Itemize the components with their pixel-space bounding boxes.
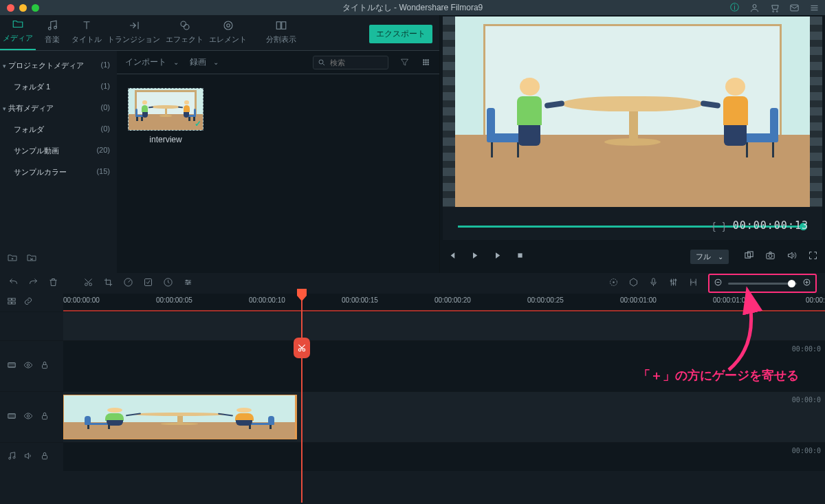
lock-toggle[interactable] [40, 451, 50, 463]
filter-icon[interactable] [399, 57, 410, 67]
delete-button[interactable] [48, 277, 58, 290]
ruler-tick: 00:00:00:10 [249, 296, 285, 304]
timeline-clip[interactable]: interview [63, 395, 297, 439]
prev-frame-button[interactable] [447, 250, 457, 263]
record-dropdown[interactable]: 録画⌄ [190, 56, 219, 68]
message-icon[interactable] [789, 3, 800, 13]
media-thumbnail[interactable]: ✓ interview [128, 88, 204, 144]
sidebar-item-folder1[interactable]: フォルダ 1(1) [0, 76, 117, 98]
playhead-handle[interactable] [296, 287, 308, 304]
zoom-slider[interactable] [728, 283, 797, 285]
video-track-1[interactable]: interview 00:00:0 [0, 391, 825, 442]
sidebar-item-sample-video[interactable]: サンプル動画(20) [0, 140, 117, 162]
redo-button[interactable] [28, 277, 38, 290]
svg-point-18 [428, 62, 429, 63]
import-dropdown[interactable]: インポート⌄ [125, 56, 179, 68]
tab-transition[interactable]: トランジション [104, 15, 163, 50]
zoom-in-button[interactable] [802, 277, 811, 289]
lock-toggle[interactable] [40, 411, 50, 424]
media-sidebar: プロジェクトメディア(1) フォルダ 1(1) 共有メディア(0) フォルダ(0… [0, 51, 117, 273]
media-search[interactable] [313, 56, 388, 69]
sidebar-item-project-media[interactable]: プロジェクトメディア(1) [0, 55, 117, 76]
camera-icon[interactable] [765, 250, 776, 263]
tab-title-label: タイトル [72, 34, 102, 45]
preview-quality-dropdown[interactable]: フル⌄ [690, 250, 729, 264]
svg-rect-47 [8, 362, 16, 367]
tab-media[interactable]: メディア [0, 14, 36, 50]
svg-rect-11 [282, 22, 286, 30]
manage-tracks-icon[interactable] [7, 296, 16, 309]
tab-title[interactable]: タイトル [69, 15, 104, 50]
undo-button[interactable] [8, 277, 19, 290]
close-window-button[interactable] [7, 4, 14, 12]
tab-element[interactable]: エレメント [206, 15, 250, 50]
account-icon[interactable] [749, 3, 760, 13]
options-icon[interactable] [809, 3, 820, 13]
tab-element-label: エレメント [209, 34, 247, 45]
cart-icon[interactable] [769, 3, 780, 13]
lock-toggle[interactable] [40, 360, 50, 373]
visibility-toggle[interactable] [23, 360, 33, 373]
audio-track-1[interactable]: 00:00:0 [0, 442, 825, 471]
snapshot-compare-icon[interactable] [744, 250, 754, 263]
sidebar-item-shared-media[interactable]: 共有メディア(0) [0, 98, 117, 119]
preview-canvas[interactable]: { } 00:00:00:13 [443, 17, 822, 240]
svg-point-19 [423, 64, 424, 65]
duration-button[interactable] [163, 277, 173, 290]
sidebar-item-sample-color[interactable]: サンプルカラー(15) [0, 162, 117, 183]
tab-effect-label: エフェクト [166, 34, 204, 45]
svg-point-1 [773, 10, 774, 12]
speed-button[interactable] [123, 277, 133, 290]
mixer-button[interactable] [668, 277, 679, 290]
timeline-ruler[interactable]: 00:00:00:00 00:00:00:05 00:00:00:10 00:0… [63, 294, 825, 311]
marker-out-icon[interactable]: } [723, 220, 726, 232]
svg-point-53 [9, 457, 11, 459]
track-body[interactable]: 00:00:0 [63, 341, 825, 391]
fullscreen-icon[interactable] [808, 250, 818, 263]
new-folder-icon[interactable] [7, 252, 18, 266]
color-button[interactable] [143, 277, 153, 290]
visibility-toggle[interactable] [23, 411, 33, 424]
volume-icon[interactable] [786, 250, 797, 263]
search-input[interactable] [330, 58, 378, 67]
timeline-toolbar [0, 273, 825, 294]
timeline-head-controls [0, 294, 63, 311]
grid-view-icon[interactable] [421, 57, 431, 67]
tab-split-view[interactable]: 分割表示 [263, 15, 299, 50]
cut-button[interactable] [83, 277, 94, 290]
render-button[interactable] [608, 277, 619, 290]
tab-effect[interactable]: エフェクト [163, 15, 206, 50]
info-icon[interactable]: ⓘ [729, 3, 740, 13]
play-pause-button[interactable] [470, 250, 480, 263]
export-button[interactable]: エクスポート [369, 25, 432, 43]
play-button[interactable] [492, 250, 503, 263]
crop-button[interactable] [103, 277, 113, 290]
stop-button[interactable] [515, 250, 525, 263]
mute-toggle[interactable] [23, 451, 33, 463]
voiceover-button[interactable] [648, 277, 659, 290]
svg-point-21 [428, 64, 429, 65]
settings-button[interactable] [183, 277, 193, 290]
minimize-window-button[interactable] [19, 4, 27, 12]
cut-at-playhead-button[interactable] [294, 338, 310, 358]
zoom-out-button[interactable] [714, 277, 723, 289]
maximize-window-button[interactable] [32, 4, 39, 12]
track-end-time: 00:00:0 [792, 396, 821, 404]
marker-in-icon[interactable]: { [712, 220, 716, 232]
tab-audio[interactable]: 音楽 [36, 15, 69, 50]
timeline-playhead[interactable] [301, 292, 302, 503]
fit-button[interactable] [688, 277, 698, 290]
svg-rect-44 [8, 302, 12, 304]
track-body[interactable]: interview 00:00:0 [63, 392, 825, 442]
svg-rect-3 [791, 5, 798, 11]
delete-folder-icon[interactable] [26, 252, 37, 266]
link-icon[interactable] [23, 296, 33, 309]
thumbnail-label: interview [149, 135, 182, 144]
sidebar-item-folder[interactable]: フォルダ(0) [0, 119, 117, 140]
svg-rect-55 [43, 455, 47, 459]
svg-rect-46 [12, 302, 16, 304]
marker-button[interactable] [628, 277, 639, 290]
svg-rect-45 [12, 298, 16, 300]
ruler-tick: 00:00:00:05 [156, 296, 192, 304]
track-body[interactable]: 00:00:0 [63, 443, 825, 471]
